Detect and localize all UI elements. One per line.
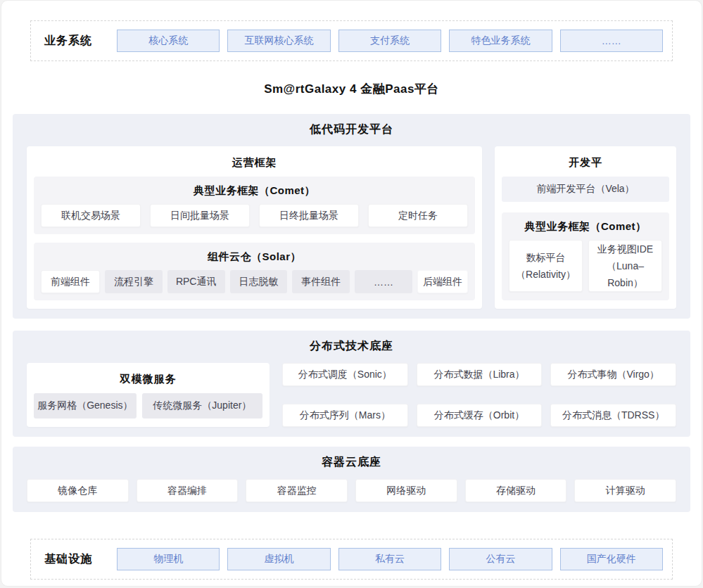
jupiter-microservice-chip: 传统微服务（Jupiter） (142, 393, 262, 418)
infrastructure-row: 基础设施 物理机 虚拟机 私有云 公有云 国产化硬件 (30, 539, 673, 580)
comet-framework-title: 典型业务框架（Comet） (41, 184, 468, 198)
operation-framework-title: 运营框架 (34, 156, 475, 170)
solar-component-panel: 组件云仓（Solar） 前端组件 流程引擎 RPC通讯 日志脱敏 事件组件 ……… (34, 243, 475, 300)
distributed-data-node: 分布式数据（Libra） (417, 363, 543, 386)
dev-comet-panel: 典型业务框架（Comet） 数标平台 （Relativity） 业务视图IDE … (502, 212, 669, 300)
log-masking-chip: 日志脱敏 (230, 270, 288, 293)
distributed-grid: 分布式调度（Sonic） 分布式数据（Libra） 分布式事物（Virgo） 分… (282, 363, 676, 427)
operation-framework-card: 运营框架 典型业务框架（Comet） 联机交易场景 日间批量场景 日终批量场景 … (27, 146, 482, 309)
vela-frontend-platform-chip: 前端开发平台（Vela） (502, 177, 669, 202)
dual-mode-items-row: 服务网格（Genesis） 传统微服务（Jupiter） (34, 393, 262, 418)
distributed-cache-node: 分布式缓存（Orbit） (417, 404, 543, 427)
process-engine-chip: 流程引擎 (105, 270, 163, 293)
online-trade-scene-node: 联机交易场景 (41, 204, 141, 227)
luna-robin-line1: 业务视图IDE (597, 241, 653, 257)
front-component-node: 前端组件 (41, 270, 100, 293)
relativity-line1: 数标平台 (526, 249, 566, 266)
low-code-section-title: 低代码开发平台 (27, 122, 676, 137)
infrastructure-label: 基础设施 (40, 552, 109, 567)
solar-items-row: 前端组件 流程引擎 RPC通讯 日志脱敏 事件组件 …… 后端组件 (41, 270, 468, 293)
genesis-service-mesh-chip: 服务网格（Genesis） (34, 393, 137, 418)
low-code-section: 低代码开发平台 运营框架 典型业务框架（Comet） 联机交易场景 日间批量场景… (13, 114, 690, 319)
public-cloud-node: 公有云 (449, 548, 552, 570)
core-system-node: 核心系统 (117, 30, 220, 52)
relativity-line2: （Relativity） (516, 266, 576, 283)
distributed-sequence-node: 分布式序列（Mars） (282, 404, 408, 427)
domestic-hardware-node: 国产化硬件 (560, 548, 663, 570)
distributed-scheduler-node: 分布式调度（Sonic） (282, 363, 408, 386)
dual-mode-microservice-card: 双模微服务 服务网格（Genesis） 传统微服务（Jupiter） (27, 363, 270, 427)
container-cloud-title: 容器云底座 (27, 455, 676, 470)
architecture-diagram: 业务系统 核心系统 互联网核心系统 支付系统 特色业务系统 …… Sm@rtGa… (1, 0, 702, 587)
payment-system-node: 支付系统 (338, 30, 441, 52)
distributed-body: 双模微服务 服务网格（Genesis） 传统微服务（Jupiter） 分布式调度… (27, 363, 676, 427)
solar-component-title: 组件云仓（Solar） (41, 250, 468, 264)
dev-platform-card: 开发平 前端开发平台（Vela） 典型业务框架（Comet） 数标平台 （Rel… (495, 146, 676, 309)
dev-platform-title: 开发平 (502, 156, 669, 170)
storage-driver-node: 存储驱动 (465, 479, 567, 502)
dev-comet-items-row: 数标平台 （Relativity） 业务视图IDE （Luna–Robin） (509, 240, 662, 292)
container-monitoring-node: 容器监控 (246, 479, 348, 502)
luna-robin-line2: （Luna–Robin） (589, 257, 661, 291)
comet-framework-panel: 典型业务框架（Comet） 联机交易场景 日间批量场景 日终批量场景 定时任务 (34, 177, 475, 234)
back-component-node: 后端组件 (417, 270, 468, 293)
event-component-chip: 事件组件 (292, 270, 350, 293)
private-cloud-node: 私有云 (338, 548, 441, 570)
rpc-comm-chip: RPC通讯 (167, 270, 225, 293)
distributed-section-title: 分布式技术底座 (27, 339, 676, 354)
luna-robin-ide-node: 业务视图IDE （Luna–Robin） (588, 240, 662, 292)
solar-ellipsis-chip: …… (355, 270, 412, 293)
timer-task-node: 定时任务 (368, 204, 468, 227)
distributed-section: 分布式技术底座 双模微服务 服务网格（Genesis） 传统微服务（Jupite… (13, 331, 690, 437)
image-repository-node: 镜像仓库 (27, 479, 129, 502)
dual-mode-title: 双模微服务 (34, 373, 262, 386)
physical-machine-node: 物理机 (117, 548, 220, 570)
distributed-transaction-node: 分布式事物（Virgo） (550, 363, 676, 386)
comet-items-row: 联机交易场景 日间批量场景 日终批量场景 定时任务 (41, 204, 468, 227)
low-code-body: 运营框架 典型业务框架（Comet） 联机交易场景 日间批量场景 日终批量场景 … (27, 146, 676, 309)
dev-comet-title: 典型业务框架（Comet） (509, 220, 662, 234)
container-orchestration-node: 容器编排 (137, 479, 239, 502)
business-systems-label: 业务系统 (40, 34, 109, 49)
intraday-batch-scene-node: 日间批量场景 (150, 204, 250, 227)
eod-batch-scene-node: 日终批量场景 (259, 204, 359, 227)
special-business-system-node: 特色业务系统 (449, 30, 552, 52)
relativity-platform-node: 数标平台 （Relativity） (509, 240, 583, 292)
business-systems-ellipsis-node: …… (560, 30, 663, 52)
page-title: Sm@rtGalaxy 4 金融Paas平台 (1, 81, 702, 97)
container-items-row: 镜像仓库 容器编排 容器监控 网络驱动 存储驱动 计算驱动 (27, 479, 676, 502)
business-systems-row: 业务系统 核心系统 互联网核心系统 支付系统 特色业务系统 …… (30, 20, 673, 61)
compute-driver-node: 计算驱动 (574, 479, 676, 502)
internet-core-system-node: 互联网核心系统 (227, 30, 330, 52)
distributed-message-node: 分布式消息（TDRSS） (550, 404, 676, 427)
virtual-machine-node: 虚拟机 (227, 548, 330, 570)
container-cloud-section: 容器云底座 镜像仓库 容器编排 容器监控 网络驱动 存储驱动 计算驱动 (13, 447, 690, 512)
network-driver-node: 网络驱动 (355, 479, 457, 502)
